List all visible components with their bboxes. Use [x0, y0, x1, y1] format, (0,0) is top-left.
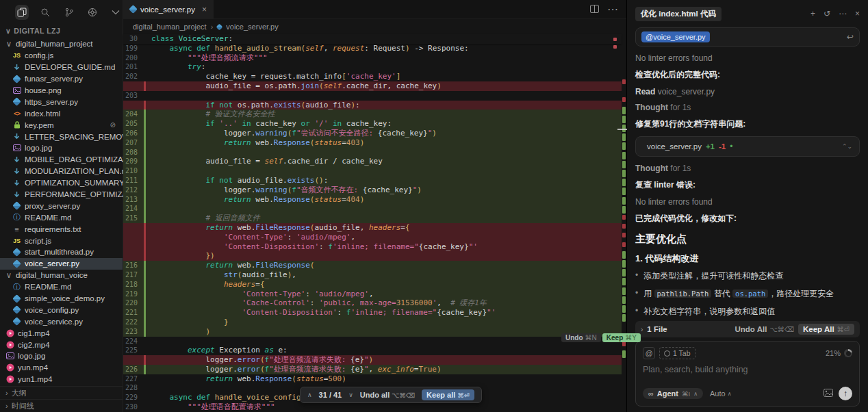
- overview-ruler[interactable]: [622, 0, 626, 412]
- line-number: 230: [123, 402, 144, 412]
- file-item-script.js[interactable]: JSscript.js: [0, 235, 123, 246]
- file-item-logo.jpg[interactable]: logo.jpg: [0, 142, 123, 154]
- new-chat-icon[interactable]: +: [810, 9, 815, 18]
- restore-checkpoint-icon[interactable]: ↩: [847, 32, 854, 42]
- ruler-added-mark: [622, 170, 626, 177]
- file-item-README.md[interactable]: ⓘREADME.md: [0, 281, 123, 293]
- chevron-right-icon[interactable]: ›: [641, 326, 643, 333]
- breadcrumb-file[interactable]: voice_server.py: [226, 23, 278, 31]
- file-label: key.pem: [25, 121, 54, 129]
- add-context-button[interactable]: @: [643, 347, 655, 359]
- breadcrumb-project[interactable]: digital_human_project: [133, 23, 207, 31]
- agent-mode-selector[interactable]: ∞ Agent ⌘I ∧: [643, 388, 703, 399]
- timeline-label: 时间线: [12, 401, 34, 411]
- more-options-icon[interactable]: ⋯: [839, 9, 847, 18]
- chat-tab[interactable]: 优化 index.html 代码: [635, 7, 722, 21]
- file-item-MODULARIZATION_PLAN.md[interactable]: MODULARIZATION_PLAN.md: [0, 166, 123, 177]
- file-item-yun.mp4[interactable]: yun.mp4: [0, 362, 123, 374]
- chat-input-box[interactable]: @ 1 Tab 21% ∞ Agent ⌘I ∧: [635, 341, 860, 407]
- python-icon: [12, 294, 21, 303]
- more-actions-icon[interactable]: ⋯: [607, 3, 618, 16]
- breadcrumb[interactable]: digital_human_project › voice_server.py: [123, 19, 626, 34]
- split-editor-icon[interactable]: [590, 3, 599, 16]
- file-label: logo.jpg: [18, 352, 45, 360]
- info-icon: ⓘ: [12, 283, 21, 292]
- source-control-icon[interactable]: [62, 5, 75, 20]
- file-item-OPTIMIZATION_SUMMARY....[interactable]: OPTIMIZATION_SUMMARY....: [0, 177, 123, 189]
- file-item-voice_config.py[interactable]: voice_config.py: [0, 304, 123, 316]
- file-label: proxy_server.py: [25, 202, 80, 210]
- code-text: if '..' in cache_key or '/' in cache_key…: [146, 119, 622, 129]
- keep-chunk-button[interactable]: Keep⌘Y: [602, 333, 641, 342]
- keep-all-button[interactable]: Keep all⌘⏎: [422, 389, 474, 400]
- file-item-house.png[interactable]: house.png: [0, 85, 123, 96]
- file-item-logo.jpg[interactable]: logo.jpg: [0, 350, 123, 362]
- edited-file-card[interactable]: voice_server.py+1-1•⌃⌄: [635, 136, 860, 157]
- undo-all-files-button[interactable]: Undo All⌥⌘⌫: [735, 325, 795, 333]
- expand-icon[interactable]: ⌃⌄: [842, 144, 852, 149]
- context-box[interactable]: @voice_server.py ↩: [635, 27, 860, 47]
- chat-input[interactable]: [643, 365, 852, 383]
- ruler-added-mark: [622, 251, 626, 259]
- file-item-requirements.txt[interactable]: ≡requirements.txt: [0, 223, 123, 235]
- file-item-index.html[interactable]: <>index.html: [0, 107, 123, 119]
- file-item-https_server.py[interactable]: https_server.py: [0, 96, 123, 107]
- chevron-up-icon[interactable]: ∧: [307, 391, 312, 398]
- file-item-voice_server.py[interactable]: voice_server.py: [0, 258, 123, 270]
- close-icon[interactable]: ×: [202, 5, 207, 14]
- chevron-down-icon[interactable]: ∨: [348, 391, 353, 398]
- undo-all-button[interactable]: Undo all⌥⌘⌫: [360, 391, 415, 399]
- file-item-LETTER_SPACING_REMOV...[interactable]: LETTER_SPACING_REMOV...: [0, 131, 123, 142]
- code-area[interactable]: 30class VoiceServer:199 async def handle…: [123, 34, 622, 412]
- line-number: 226: [123, 365, 144, 374]
- line-number: 223: [123, 327, 144, 337]
- close-panel-icon[interactable]: ×: [855, 9, 860, 18]
- outline-section[interactable]: › 大纲: [0, 386, 123, 399]
- model-selector[interactable]: Auto ∧: [710, 389, 732, 398]
- code-line: 219 'Content-Type': 'audio/mpeg',: [123, 289, 622, 299]
- tab-voice-server[interactable]: voice_server.py ×: [123, 0, 214, 18]
- file-label: README.md: [25, 283, 71, 291]
- file-label: funasr_server.py: [25, 75, 83, 83]
- file-item-cig2.mp4[interactable]: cig2.mp4: [0, 339, 123, 350]
- panel-resize-sash[interactable]: [617, 129, 627, 130]
- explorer-icon[interactable]: [15, 5, 29, 20]
- file-item-simple_voice_demo.py[interactable]: simple_voice_demo.py: [0, 293, 123, 305]
- code-text: logger.warning(f"尝试访问不安全路径: {cache_key}"…: [146, 129, 622, 138]
- file-item-key.pem[interactable]: key.pem⊘: [0, 119, 123, 131]
- file-item-cig1.mp4[interactable]: cig1.mp4: [0, 327, 123, 339]
- workspace-header[interactable]: ∨ DIGITAL LZJ: [0, 25, 123, 37]
- file-item-yun1.mp4[interactable]: yun1.mp4: [0, 374, 123, 385]
- line-number: 30: [123, 34, 144, 44]
- keep-all-files-button[interactable]: Keep All⌘⏎: [798, 324, 854, 335]
- code-line: 230 """处理语音配置请求""": [123, 402, 622, 412]
- file-item-config.js[interactable]: JSconfig.js: [0, 50, 123, 62]
- extensions-icon[interactable]: [86, 5, 99, 20]
- info-icon: ⓘ: [12, 213, 21, 222]
- timeline-section[interactable]: › 时间线: [0, 399, 123, 412]
- file-label: house.png: [25, 86, 62, 94]
- file-item-start_multithread.py[interactable]: start_multithread.py: [0, 246, 123, 258]
- more-views-icon[interactable]: [109, 5, 123, 20]
- file-item-voice_service.py[interactable]: voice_service.py: [0, 316, 123, 327]
- attach-image-icon[interactable]: [824, 387, 833, 400]
- file-item-DEVELOPER_GUIDE.md[interactable]: DEVELOPER_GUIDE.md: [0, 62, 123, 73]
- file-item-PERFORMANCE_OPTIMIZA...[interactable]: PERFORMANCE_OPTIMIZA...: [0, 189, 123, 201]
- context-file-chip[interactable]: @voice_server.py: [641, 31, 710, 42]
- file-item-proxy_server.py[interactable]: proxy_server.py: [0, 200, 123, 211]
- undo-chunk-button[interactable]: Undo⌘N: [561, 333, 601, 342]
- kbd-hint: ⌘Y: [625, 334, 637, 342]
- files-count[interactable]: 1 File: [647, 325, 667, 333]
- file-item-MOBILE_DRAG_OPTIMIZATI...[interactable]: MOBILE_DRAG_OPTIMIZATI...: [0, 154, 123, 166]
- search-icon[interactable]: [38, 5, 52, 20]
- file-item-funasr_server.py[interactable]: funasr_server.py: [0, 73, 123, 85]
- sidebar-bottom-sections: › 大纲 › 时间线: [0, 386, 123, 412]
- folder-item-digital_human_project[interactable]: ∨digital_human_project: [0, 38, 123, 50]
- file-item-README.md[interactable]: ⓘREADME.md: [0, 211, 123, 223]
- ruler-added-mark: [622, 197, 626, 205]
- code-line: 30class VoiceServer:: [123, 34, 622, 44]
- history-icon[interactable]: ↺: [824, 9, 830, 18]
- folder-item-digital_human_voice[interactable]: ∨digital_human_voice: [0, 270, 123, 281]
- tab-context-chip[interactable]: 1 Tab: [659, 347, 695, 359]
- send-button[interactable]: ↑: [839, 387, 852, 400]
